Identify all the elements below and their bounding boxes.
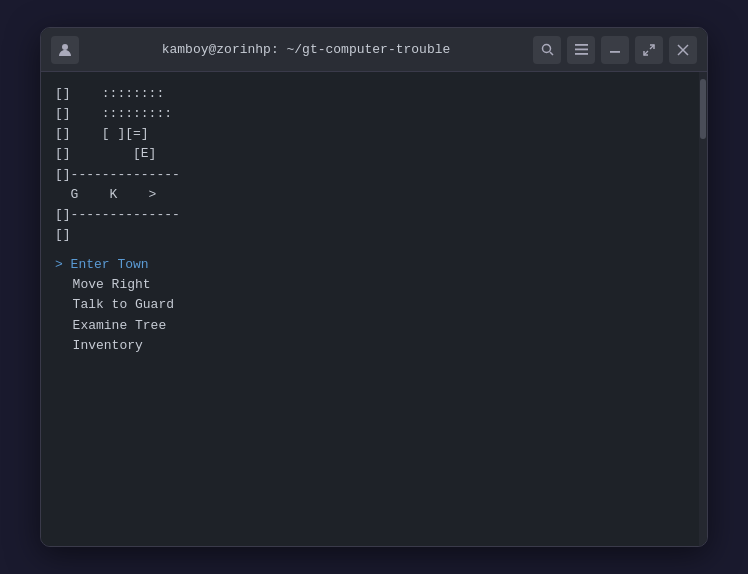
content-area: [] :::::::: [] ::::::::: [] [ ][=] [] [E… <box>41 72 707 546</box>
svg-point-0 <box>62 44 68 50</box>
hamburger-icon <box>575 44 588 55</box>
avatar-button[interactable] <box>51 36 79 64</box>
ascii-art-line-6: G K > <box>55 185 685 205</box>
close-icon <box>677 44 689 56</box>
titlebar-left <box>51 36 79 64</box>
svg-point-1 <box>542 45 550 53</box>
svg-rect-6 <box>610 51 620 53</box>
window-title: kamboy@zorinhp: ~/gt-computer-trouble <box>79 42 533 57</box>
terminal-output[interactable]: [] :::::::: [] ::::::::: [] [ ][=] [] [E… <box>41 72 699 546</box>
menu-item-move-right[interactable]: Move Right <box>55 275 685 295</box>
titlebar-controls <box>533 36 697 64</box>
menu-button[interactable] <box>567 36 595 64</box>
titlebar: kamboy@zorinhp: ~/gt-computer-trouble <box>41 28 707 72</box>
ascii-art-line-2: [] ::::::::: <box>55 104 685 124</box>
ascii-art-line-7: []-------------- <box>55 205 685 225</box>
ascii-art-line-3: [] [ ][=] <box>55 124 685 144</box>
avatar-icon <box>57 42 73 58</box>
menu-item-talk-to-guard[interactable]: Talk to Guard <box>55 295 685 315</box>
svg-line-2 <box>550 52 553 55</box>
close-button[interactable] <box>669 36 697 64</box>
search-icon <box>541 43 554 56</box>
scrollbar-thumb[interactable] <box>700 79 706 139</box>
menu-prompt: > <box>55 257 71 272</box>
svg-rect-3 <box>575 44 588 46</box>
ascii-art-line-5: []-------------- <box>55 165 685 185</box>
minimize-button[interactable] <box>601 36 629 64</box>
maximize-icon <box>643 44 655 56</box>
terminal-window: kamboy@zorinhp: ~/gt-computer-trouble <box>40 27 708 547</box>
menu-item-inventory[interactable]: Inventory <box>55 336 685 356</box>
ascii-art-line-4: [] [E] <box>55 144 685 164</box>
menu-item-examine-tree[interactable]: Examine Tree <box>55 316 685 336</box>
scrollbar[interactable] <box>699 72 707 546</box>
ascii-art-line-8: [] <box>55 225 685 245</box>
maximize-button[interactable] <box>635 36 663 64</box>
minimize-icon <box>609 44 621 56</box>
svg-rect-5 <box>575 53 588 55</box>
menu-selected-item[interactable]: > Enter Town <box>55 255 685 275</box>
search-button[interactable] <box>533 36 561 64</box>
menu-selected-label: Enter Town <box>71 257 149 272</box>
game-menu: > Enter Town Move Right Talk to Guard Ex… <box>55 255 685 356</box>
ascii-art-line-1: [] :::::::: <box>55 84 685 104</box>
svg-rect-4 <box>575 49 588 51</box>
